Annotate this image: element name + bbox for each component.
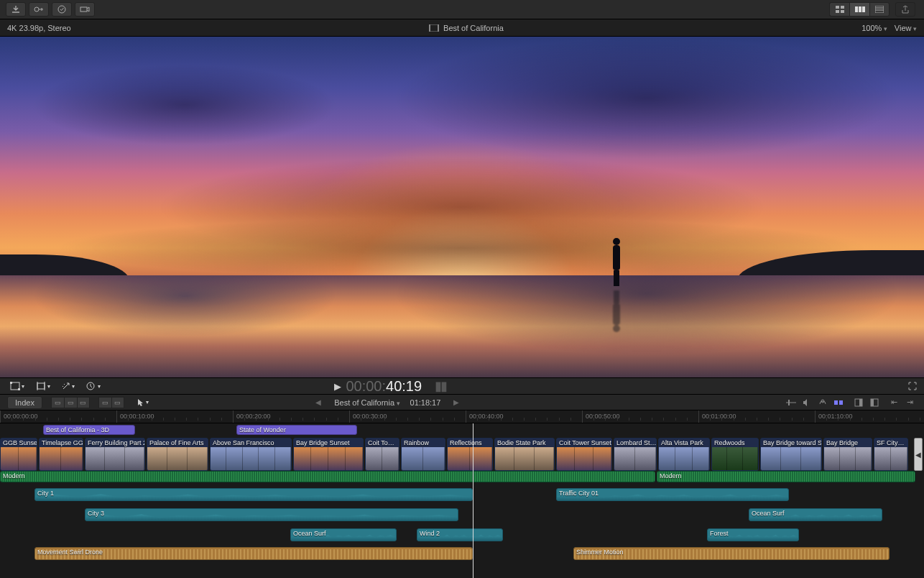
clip-video-clip[interactable]: Timelapse GGB: [39, 438, 83, 471]
clip-label: Alta Vista Park: [659, 439, 709, 447]
enhance-tool[interactable]: ▾: [59, 380, 78, 392]
color-crop-tool[interactable]: ▾: [33, 380, 53, 392]
clip-video-clip[interactable]: Bay Bridge: [823, 438, 872, 471]
share-button[interactable]: [895, 2, 915, 17]
clip-label: Ocean Surf: [752, 510, 785, 517]
clip-label: Movement Swirl Drone: [37, 549, 103, 556]
timecode-display[interactable]: 00:00:40:19: [346, 378, 422, 395]
effects-browser-icon[interactable]: [868, 398, 881, 408]
clip-audio-clip[interactable]: Traffic City 01: [556, 488, 789, 501]
clip-label: State of Wonder: [239, 426, 286, 434]
timeline-index-button[interactable]: Index: [7, 396, 42, 409]
import-button[interactable]: [6, 2, 26, 17]
clip-audio-clip[interactable]: Ocean Surf: [749, 508, 882, 521]
svg-rect-28: [871, 399, 874, 406]
select-tool[interactable]: ▾: [134, 397, 152, 408]
svg-rect-8: [859, 6, 861, 12]
retime-tool[interactable]: ▾: [83, 380, 103, 392]
clip-audio-clip[interactable]: Forest: [707, 528, 799, 541]
clip-audio-clip[interactable]: City 1: [34, 488, 473, 501]
view-menu[interactable]: View: [895, 24, 917, 32]
clip-fx-clip[interactable]: Shimmer Motion: [573, 547, 890, 560]
keyword-editor-button[interactable]: [29, 2, 49, 17]
zoom-tool-icon[interactable]: [852, 398, 865, 408]
clip-video-clip[interactable]: GGB Sunset: [0, 438, 37, 471]
clip-video-clip[interactable]: Bodie State Park: [494, 438, 555, 471]
clip-video-clip[interactable]: Coit To…: [365, 438, 399, 471]
svg-rect-17: [10, 382, 12, 384]
clip-title-clip[interactable]: Best of California - 3D: [43, 425, 135, 435]
clip-video-clip[interactable]: Reflections: [447, 438, 493, 471]
top-toolbar: [0, 0, 924, 19]
timeline-layout-button[interactable]: [849, 2, 869, 17]
svg-rect-4: [841, 6, 844, 9]
clip-audio-clip[interactable]: Wind 2: [417, 528, 503, 541]
snapping-icon[interactable]: [832, 398, 845, 408]
svg-rect-21: [788, 400, 790, 405]
timeline-history-back[interactable]: ◀: [313, 398, 324, 406]
play-button[interactable]: ▶: [334, 381, 341, 392]
background-tasks-button[interactable]: [52, 2, 72, 17]
playhead[interactable]: [473, 423, 473, 578]
ruler-tick: 00:00:50:00: [582, 410, 620, 423]
appearance-5[interactable]: ▭: [111, 397, 124, 408]
clip-video-clip[interactable]: Lombard St…: [614, 438, 657, 471]
clip-label: City 1: [37, 490, 54, 497]
clip-label: Above San Francisco: [211, 439, 291, 447]
clip-label: Ocean Surf: [293, 530, 326, 537]
ruler-tick: 00:01:00:00: [698, 410, 736, 423]
clip-video-clip[interactable]: Redwoods: [711, 438, 759, 471]
zoom-menu[interactable]: 100%: [861, 24, 887, 32]
svg-rect-5: [836, 10, 839, 13]
clip-label: Redwoods: [712, 439, 758, 447]
ruler-tick: 00:00:40:00: [466, 410, 504, 423]
svg-rect-24: [839, 400, 843, 405]
clip-video-clip[interactable]: SF City…: [874, 438, 908, 471]
clip-video-clip[interactable]: Ferry Building Part 2: [85, 438, 145, 471]
svg-rect-7: [855, 6, 858, 12]
clip-video-clip[interactable]: Coit Tower Sunset: [556, 438, 612, 471]
audio-skimming-icon[interactable]: [800, 398, 813, 408]
solo-icon[interactable]: [816, 398, 829, 408]
clip-video-clip[interactable]: Bay Bridge toward SF: [760, 438, 822, 471]
transport-bar: ▾ ▾ ▾ ▾ ▶ 00:00:40:19 ▮▮: [0, 377, 924, 395]
appearance-1[interactable]: ▭: [51, 397, 64, 408]
clip-label: Lombard St…: [614, 439, 656, 447]
clip-label: GGB Sunset: [1, 439, 37, 447]
clip-label: Forest: [710, 530, 729, 537]
appearance-3[interactable]: ▭: [77, 397, 90, 408]
clip-label: Bay Bridge: [824, 439, 872, 447]
transform-tool[interactable]: ▾: [7, 380, 27, 392]
timeline-ruler[interactable]: 00:00:00:0000:00:10:0000:00:20:0000:00:3…: [0, 410, 924, 423]
browser-layout-button[interactable]: [829, 2, 849, 17]
clip-audio-main-clip[interactable]: Modern: [657, 471, 915, 482]
clip-audio-clip[interactable]: Ocean Surf: [290, 528, 397, 541]
clip-video-clip[interactable]: Palace of Fine Arts: [147, 438, 208, 471]
clip-fx-clip[interactable]: Movement Swirl Drone: [34, 547, 473, 560]
clip-audio-clip[interactable]: City 3: [85, 508, 458, 521]
skimming-icon[interactable]: [785, 398, 798, 408]
timeline-history-fwd[interactable]: ▶: [451, 398, 462, 406]
clip-label: Shimmer Motion: [576, 549, 624, 556]
audio-meters-icon[interactable]: ▮▮: [435, 378, 446, 394]
enhance-button[interactable]: [75, 2, 95, 17]
timeline-project-name[interactable]: Best of California: [334, 398, 399, 407]
clip-audio-main-clip[interactable]: Modern: [0, 471, 655, 482]
inspector-layout-button[interactable]: [869, 2, 890, 17]
fullscreen-button[interactable]: [908, 382, 917, 390]
clip-video-clip[interactable]: Above San Francisco: [210, 438, 292, 471]
clip-video-clip[interactable]: Bay Bridge Sunset: [293, 438, 364, 471]
svg-rect-6: [841, 10, 844, 13]
trim-end-icon[interactable]: ⇥: [904, 398, 917, 408]
appearance-2[interactable]: ▭: [64, 397, 77, 408]
appearance-4[interactable]: ▭: [98, 397, 111, 408]
timeline[interactable]: Best of California - 3DState of Wonder G…: [0, 423, 924, 578]
clip-title-clip[interactable]: State of Wonder: [236, 425, 357, 435]
clip-video-clip[interactable]: Alta Vista Park: [658, 438, 710, 471]
trim-start-icon[interactable]: ⇤: [888, 398, 901, 408]
timeline-edge-handle[interactable]: ◀: [914, 438, 923, 471]
clip-video-clip[interactable]: Rainbow: [401, 438, 445, 471]
clip-label: Bay Bridge toward SF: [761, 439, 821, 447]
svg-rect-23: [834, 400, 838, 405]
viewer-canvas[interactable]: [0, 37, 924, 377]
